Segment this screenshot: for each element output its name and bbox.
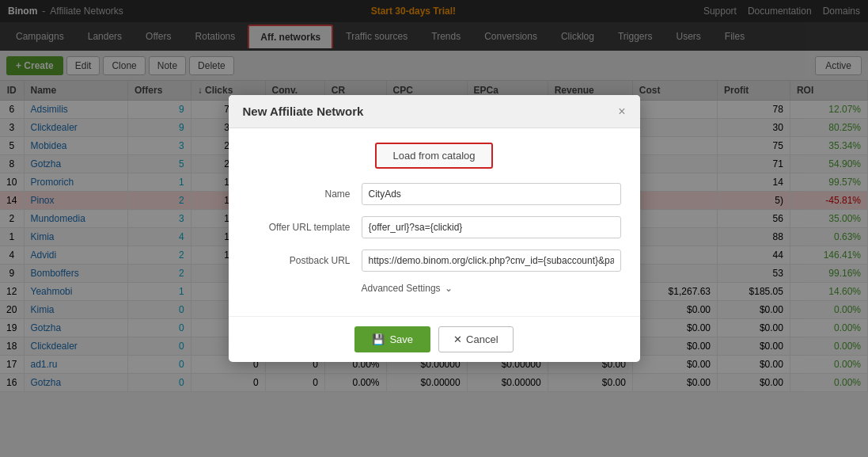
postback-url-label: Postback URL <box>248 255 351 266</box>
new-affiliate-network-modal: New Affiliate Network × Load from catalo… <box>229 95 640 362</box>
modal-header: New Affiliate Network × <box>229 95 640 128</box>
offer-url-input[interactable] <box>362 216 621 238</box>
save-button[interactable]: 💾 Save <box>354 326 430 352</box>
offer-url-row: Offer URL template <box>248 216 621 238</box>
modal-overlay: New Affiliate Network × Load from catalo… <box>0 0 868 457</box>
chevron-down-icon: ⌄ <box>445 283 453 294</box>
cancel-button[interactable]: ✕ Cancel <box>438 326 513 352</box>
postback-url-row: Postback URL <box>248 249 621 272</box>
modal-body: Load from catalog Name Offer URL templat… <box>229 128 640 316</box>
name-row: Name <box>248 183 621 205</box>
name-label: Name <box>248 189 351 200</box>
cancel-icon: ✕ <box>453 333 462 345</box>
modal-footer: 💾 Save ✕ Cancel <box>229 316 640 362</box>
modal-title: New Affiliate Network <box>243 105 364 118</box>
postback-url-input[interactable] <box>362 249 621 272</box>
advanced-settings-label: Advanced Settings <box>362 283 441 294</box>
modal-close-button[interactable]: × <box>618 105 625 118</box>
advanced-settings-toggle[interactable]: Advanced Settings ⌄ <box>362 283 621 294</box>
save-label: Save <box>389 333 413 345</box>
save-icon: 💾 <box>372 333 385 345</box>
cancel-label: Cancel <box>466 333 498 345</box>
offer-url-label: Offer URL template <box>248 222 351 233</box>
load-catalog-button[interactable]: Load from catalog <box>375 143 492 169</box>
name-input[interactable] <box>362 183 621 205</box>
